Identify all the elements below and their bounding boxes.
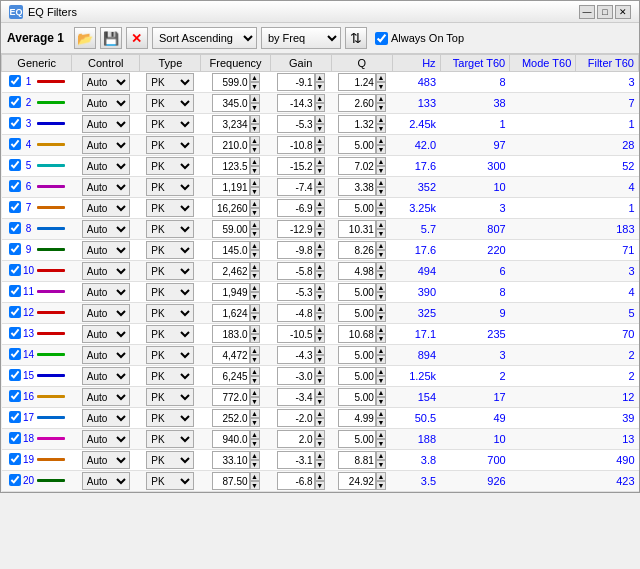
q-up[interactable]: ▲ <box>376 262 386 271</box>
gain-up[interactable]: ▲ <box>315 220 325 229</box>
control-select[interactable]: Auto <box>82 241 130 259</box>
freq-input[interactable] <box>212 199 250 217</box>
control-select[interactable]: Auto <box>82 283 130 301</box>
freq-input[interactable] <box>212 178 250 196</box>
gain-up[interactable]: ▲ <box>315 157 325 166</box>
gain-down[interactable]: ▼ <box>315 334 325 343</box>
freq-up[interactable]: ▲ <box>250 157 260 166</box>
q-down[interactable]: ▼ <box>376 313 386 322</box>
freq-select[interactable]: by Freq by Gain by Q <box>261 27 341 49</box>
gain-up[interactable]: ▲ <box>315 199 325 208</box>
freq-input[interactable] <box>212 283 250 301</box>
q-up[interactable]: ▲ <box>376 220 386 229</box>
freq-down[interactable]: ▼ <box>250 334 260 343</box>
gain-down[interactable]: ▼ <box>315 481 325 490</box>
gain-input[interactable] <box>277 367 315 385</box>
freq-down[interactable]: ▼ <box>250 292 260 301</box>
freq-up[interactable]: ▲ <box>250 283 260 292</box>
freq-input[interactable] <box>212 409 250 427</box>
freq-down[interactable]: ▼ <box>250 250 260 259</box>
q-down[interactable]: ▼ <box>376 481 386 490</box>
gain-up[interactable]: ▲ <box>315 430 325 439</box>
type-select[interactable]: PK <box>146 94 194 112</box>
type-select[interactable]: PK <box>146 199 194 217</box>
type-select[interactable]: PK <box>146 472 194 490</box>
q-up[interactable]: ▲ <box>376 283 386 292</box>
gain-up[interactable]: ▲ <box>315 304 325 313</box>
row-checkbox[interactable] <box>9 348 21 360</box>
type-select[interactable]: PK <box>146 178 194 196</box>
control-select[interactable]: Auto <box>82 220 130 238</box>
control-select[interactable]: Auto <box>82 304 130 322</box>
q-input[interactable] <box>338 451 376 469</box>
row-checkbox[interactable] <box>9 138 21 150</box>
q-up[interactable]: ▲ <box>376 94 386 103</box>
q-input[interactable] <box>338 115 376 133</box>
gain-down[interactable]: ▼ <box>315 103 325 112</box>
q-down[interactable]: ▼ <box>376 208 386 217</box>
freq-input[interactable] <box>212 73 250 91</box>
q-input[interactable] <box>338 178 376 196</box>
freq-up[interactable]: ▲ <box>250 241 260 250</box>
control-select[interactable]: Auto <box>82 199 130 217</box>
q-input[interactable] <box>338 73 376 91</box>
row-checkbox[interactable] <box>9 306 21 318</box>
control-select[interactable]: Auto <box>82 451 130 469</box>
gain-down[interactable]: ▼ <box>315 229 325 238</box>
row-checkbox[interactable] <box>9 390 21 402</box>
gain-down[interactable]: ▼ <box>315 292 325 301</box>
maximize-button[interactable]: □ <box>597 5 613 19</box>
freq-down[interactable]: ▼ <box>250 145 260 154</box>
q-up[interactable]: ▲ <box>376 409 386 418</box>
freq-down[interactable]: ▼ <box>250 397 260 406</box>
row-checkbox[interactable] <box>9 75 21 87</box>
q-up[interactable]: ▲ <box>376 73 386 82</box>
freq-input[interactable] <box>212 115 250 133</box>
gain-down[interactable]: ▼ <box>315 355 325 364</box>
row-checkbox[interactable] <box>9 243 21 255</box>
freq-input[interactable] <box>212 136 250 154</box>
freq-input[interactable] <box>212 430 250 448</box>
gain-input[interactable] <box>277 136 315 154</box>
freq-input[interactable] <box>212 472 250 490</box>
save-button[interactable]: 💾 <box>100 27 122 49</box>
q-input[interactable] <box>338 325 376 343</box>
row-checkbox[interactable] <box>9 96 21 108</box>
freq-down[interactable]: ▼ <box>250 271 260 280</box>
type-select[interactable]: PK <box>146 325 194 343</box>
type-select[interactable]: PK <box>146 409 194 427</box>
gain-input[interactable] <box>277 94 315 112</box>
type-select[interactable]: PK <box>146 430 194 448</box>
gain-down[interactable]: ▼ <box>315 418 325 427</box>
always-on-top-checkbox[interactable] <box>375 32 388 45</box>
q-input[interactable] <box>338 157 376 175</box>
gain-up[interactable]: ▲ <box>315 388 325 397</box>
q-down[interactable]: ▼ <box>376 397 386 406</box>
freq-down[interactable]: ▼ <box>250 124 260 133</box>
row-checkbox[interactable] <box>9 180 21 192</box>
freq-down[interactable]: ▼ <box>250 376 260 385</box>
q-down[interactable]: ▼ <box>376 82 386 91</box>
freq-up[interactable]: ▲ <box>250 451 260 460</box>
q-input[interactable] <box>338 472 376 490</box>
gain-input[interactable] <box>277 115 315 133</box>
freq-up[interactable]: ▲ <box>250 304 260 313</box>
q-up[interactable]: ▲ <box>376 346 386 355</box>
type-select[interactable]: PK <box>146 367 194 385</box>
row-checkbox[interactable] <box>9 432 21 444</box>
control-select[interactable]: Auto <box>82 388 130 406</box>
gain-up[interactable]: ▲ <box>315 115 325 124</box>
q-down[interactable]: ▼ <box>376 250 386 259</box>
freq-up[interactable]: ▲ <box>250 115 260 124</box>
row-checkbox[interactable] <box>9 411 21 423</box>
freq-up[interactable]: ▲ <box>250 178 260 187</box>
q-down[interactable]: ▼ <box>376 124 386 133</box>
control-select[interactable]: Auto <box>82 430 130 448</box>
gain-input[interactable] <box>277 241 315 259</box>
row-checkbox[interactable] <box>9 327 21 339</box>
gain-down[interactable]: ▼ <box>315 376 325 385</box>
gain-up[interactable]: ▲ <box>315 346 325 355</box>
q-down[interactable]: ▼ <box>376 439 386 448</box>
freq-down[interactable]: ▼ <box>250 187 260 196</box>
control-select[interactable]: Auto <box>82 73 130 91</box>
